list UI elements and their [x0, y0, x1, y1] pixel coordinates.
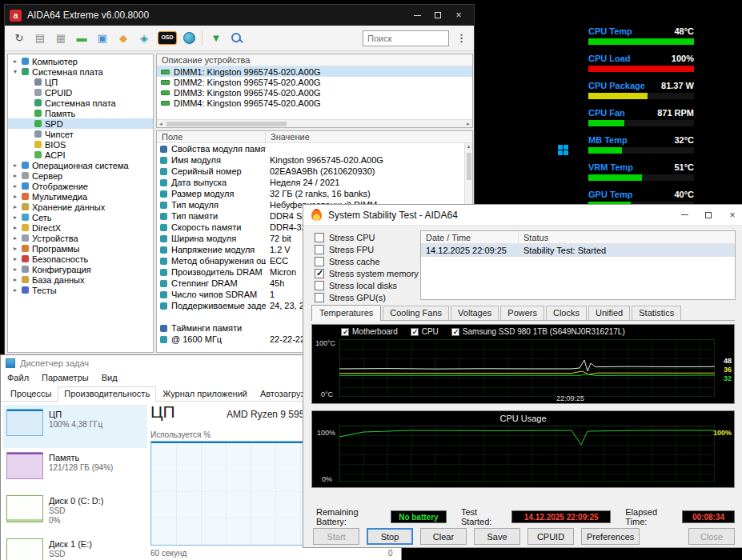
expand-arrow-icon[interactable]: ▸ — [12, 172, 18, 179]
expand-arrow-icon[interactable]: ▸ — [12, 214, 18, 221]
sst-button[interactable]: Close — [688, 528, 735, 545]
scroll-right-icon[interactable]: ► — [466, 122, 471, 126]
sensor-icon[interactable]: ◈ — [137, 31, 151, 46]
expand-arrow-icon[interactable]: ▸ — [12, 193, 18, 200]
checkbox-box[interactable] — [451, 328, 459, 336]
legend-item[interactable]: Samsung SSD 980 1TB (S649NJ0R316217L) — [451, 327, 625, 336]
tree-item[interactable]: ▸ Сеть — [8, 212, 153, 222]
close-button[interactable]: × — [448, 7, 469, 23]
tree-item[interactable]: ▸ DirectX — [8, 222, 153, 233]
field-column-header[interactable]: Поле — [157, 131, 266, 142]
perf-sidebar-item[interactable]: Диск 0 (C: D:) SSD 0% — [3, 491, 147, 534]
expand-arrow-icon[interactable]: ▸ — [12, 203, 18, 210]
sst-button[interactable]: Preferences — [581, 528, 640, 545]
tab[interactable]: Производительность — [58, 386, 156, 402]
expand-arrow-icon[interactable]: ▸ — [12, 276, 18, 283]
legend-item[interactable]: CPU — [411, 327, 439, 336]
tree-item[interactable]: CPUID — [8, 87, 153, 98]
perf-sidebar-item[interactable]: Память 121/128 ГБ (94%) — [3, 448, 147, 491]
search-input[interactable] — [363, 30, 449, 46]
stress-checkbox[interactable]: Stress system memory — [315, 267, 419, 279]
benchmark-icon[interactable]: ◆ — [116, 31, 130, 46]
field-row[interactable]: Имя модуля Kingston 9965745-020.A00G — [157, 154, 472, 166]
tab[interactable]: Unified — [588, 306, 630, 320]
device-list-header[interactable]: Описание устройства — [157, 54, 472, 66]
devices-icon[interactable]: ▣ — [95, 31, 110, 46]
more-menu-icon[interactable]: ⋮ — [456, 32, 467, 44]
expand-arrow-icon[interactable]: ▸ — [12, 182, 18, 190]
field-row[interactable]: Серийный номер 02EA9A9Bh (2610620930) — [157, 166, 472, 177]
close-button[interactable]: × — [720, 205, 742, 226]
minimize-button[interactable] — [672, 205, 696, 226]
sst-button[interactable]: Start — [313, 528, 359, 545]
maximize-button[interactable] — [427, 7, 448, 23]
tree-item[interactable]: ▸ Программы — [8, 243, 153, 254]
tab[interactable]: Statistics — [632, 306, 681, 320]
tree-item[interactable]: ▸ Хранение данных — [8, 202, 153, 212]
checkbox-box[interactable] — [315, 245, 324, 254]
tab[interactable]: Cooling Fans — [383, 306, 449, 320]
legend-item[interactable]: Motherboard — [341, 327, 398, 336]
tree-item[interactable]: ▾ Системная плата — [8, 66, 153, 77]
tree-item[interactable]: ▸ Тесты — [8, 285, 153, 295]
device-row[interactable]: DIMM4: Kingston 9965745-020.A00G — [157, 98, 472, 108]
tab[interactable]: Журнал приложений — [156, 386, 254, 401]
field-row[interactable]: Свойства модуля памяти — [157, 143, 472, 154]
expand-arrow-icon[interactable]: ▸ — [12, 245, 18, 252]
scrollbar-thumb[interactable] — [467, 153, 471, 180]
expand-arrow-icon[interactable]: ▸ — [12, 266, 18, 273]
sst-button[interactable]: Clear — [420, 528, 467, 545]
perf-sidebar-item[interactable]: Диск 1 (E:) SSD 0% — [3, 534, 147, 560]
tab[interactable]: Процессы — [4, 386, 58, 401]
menu-item[interactable]: Параметры — [35, 373, 95, 382]
checkbox-box[interactable] — [315, 293, 324, 302]
tree-item[interactable]: ACPI — [8, 150, 153, 160]
osd-button[interactable]: OSD — [158, 31, 177, 45]
device-row[interactable]: DIMM1: Kingston 9965745-020.A00G — [157, 66, 472, 77]
maximize-button[interactable] — [696, 205, 720, 226]
stress-checkbox[interactable]: Stress GPU(s) — [315, 291, 419, 303]
checkbox-box[interactable] — [341, 328, 349, 336]
scroll-up-icon[interactable]: ▲ — [465, 144, 472, 149]
minimize-button[interactable] — [407, 7, 427, 23]
tree-item[interactable]: ЦП — [8, 77, 153, 87]
globe-icon[interactable] — [183, 32, 195, 44]
field-row[interactable]: Размер модуля 32 ГБ (2 ranks, 16 banks) — [157, 188, 472, 199]
tab[interactable]: Clocks — [546, 306, 587, 320]
log-time-header[interactable]: Date / Time — [421, 231, 519, 243]
tree-item[interactable]: ▸ Сервер — [8, 170, 153, 181]
expand-arrow-icon[interactable]: ▸ — [12, 286, 18, 294]
stress-checkbox[interactable]: Stress CPU — [315, 231, 419, 243]
tree-item[interactable]: ▸ Мультимедиа — [8, 191, 153, 202]
field-row[interactable]: Дата выпуска Неделя 24 / 2021 — [157, 177, 472, 188]
value-column-header[interactable]: Значение — [266, 132, 310, 142]
menu-item[interactable]: Файл — [1, 373, 35, 382]
tab[interactable]: Temperatures — [311, 305, 381, 321]
scroll-left-icon[interactable]: ◄ — [158, 122, 163, 126]
sst-button[interactable]: Save — [474, 528, 520, 545]
tree-item[interactable]: ▸ Компьютер — [8, 56, 153, 66]
log-row[interactable]: 14.12.2025 22:09:25 Stability Test: Star… — [421, 244, 735, 257]
tree-item[interactable]: ▸ Безопасность — [8, 254, 153, 264]
checkbox-box[interactable] — [315, 233, 324, 242]
stress-checkbox[interactable]: Stress cache — [315, 255, 419, 267]
scrollbar-thumb[interactable] — [166, 122, 287, 126]
stress-checkbox[interactable]: Stress FPU — [315, 243, 419, 255]
tab[interactable]: Voltages — [451, 306, 499, 320]
tree-item[interactable]: ▸ Операционная система — [8, 160, 153, 170]
tree-item[interactable]: Память — [8, 108, 153, 118]
expand-arrow-icon[interactable]: ▸ — [12, 234, 18, 242]
expand-arrow-icon[interactable]: ▸ — [12, 162, 18, 169]
summary-icon[interactable]: ▦ — [54, 31, 68, 46]
menu-item[interactable]: Вид — [95, 373, 124, 382]
horizontal-scrollbar[interactable]: ◄ ► — [157, 119, 472, 127]
expand-arrow-icon[interactable]: ▸ — [12, 58, 18, 65]
expand-arrow-icon[interactable]: ▾ — [12, 68, 18, 75]
perf-sidebar-item[interactable]: ЦП 100% 4,38 ГГц — [3, 405, 147, 448]
log-status-header[interactable]: Status — [519, 231, 548, 243]
memory-icon[interactable]: ▬ — [74, 31, 89, 46]
checkbox-box[interactable] — [315, 281, 324, 290]
device-row[interactable]: DIMM2: Kingston 9965745-020.A00G — [157, 77, 472, 87]
tree-item[interactable]: Системная плата — [8, 98, 153, 108]
checkbox-box[interactable] — [315, 257, 324, 266]
